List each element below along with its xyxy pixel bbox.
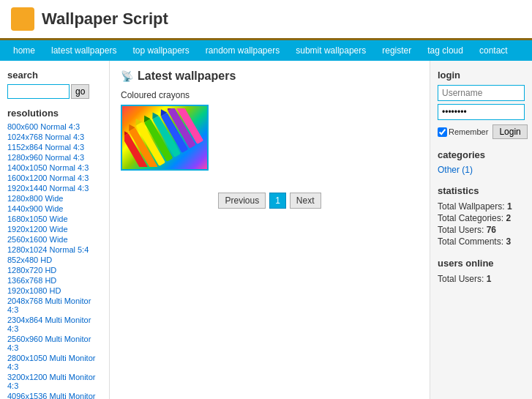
current-page: 1	[269, 193, 286, 209]
left-sidebar: search go resolutions 800x600 Normal 4:3…	[0, 61, 110, 399]
right-sidebar: login Remember Login categories Other (1…	[430, 61, 532, 399]
remember-label: Remember	[438, 127, 488, 137]
resolution-item[interactable]: 3200x1200 Multi Monitor 4:3	[7, 372, 102, 391]
nav-register[interactable]: register	[375, 40, 419, 61]
password-input[interactable]	[438, 104, 525, 120]
resolution-item[interactable]: 2304x864 Multi Monitor 4:3	[7, 315, 102, 334]
crayons-svg	[124, 108, 205, 167]
stats-list: Total Wallpapers: 1Total Categories: 2To…	[438, 201, 525, 247]
nav-contact[interactable]: contact	[472, 40, 515, 61]
resolution-item[interactable]: 1280x800 Wide	[7, 193, 102, 204]
search-label: search	[7, 70, 102, 81]
pagination: Previous 1 Next	[121, 193, 419, 209]
login-button[interactable]: Login	[492, 124, 527, 139]
resolution-item[interactable]: 1280x1024 Normal 5:4	[7, 245, 102, 255]
resolution-item[interactable]: 1400x1050 Normal 4:3	[7, 163, 102, 173]
login-title: login	[438, 70, 525, 81]
stat-row: Total Users: 76	[438, 224, 525, 236]
nav-tagcloud[interactable]: tag cloud	[420, 40, 471, 61]
resolution-item[interactable]: 1024x768 Normal 4:3	[7, 132, 102, 142]
stat-row: Total Comments: 3	[438, 236, 525, 247]
content-title: 📡 Latest wallpapers	[121, 70, 419, 83]
rss-icon: 📡	[121, 70, 133, 82]
nav-latest[interactable]: latest wallpapers	[44, 40, 124, 61]
users-online-stat: Total Users: 1	[438, 273, 525, 285]
search-button[interactable]: go	[71, 84, 89, 99]
nav-top[interactable]: top wallpapers	[125, 40, 196, 61]
categories-section: categories Other (1)	[438, 149, 525, 175]
wallpaper-thumbnail[interactable]	[121, 105, 209, 171]
resolutions-list: 800x600 Normal 4:31024x768 Normal 4:3115…	[7, 122, 102, 399]
next-page-button[interactable]: Next	[290, 193, 321, 209]
resolutions-label: resolutions	[7, 108, 102, 119]
content-area: 📡 Latest wallpapers Coloured crayons	[110, 61, 430, 399]
resolution-item[interactable]: 1680x1050 Wide	[7, 214, 102, 224]
username-input[interactable]	[438, 85, 525, 101]
nav-submit[interactable]: submit wallpapers	[288, 40, 373, 61]
app-icon	[11, 7, 34, 31]
remember-checkbox[interactable]	[438, 127, 447, 137]
users-online-section: users online Total Users: 1	[438, 258, 525, 285]
resolution-item[interactable]: 1440x900 Wide	[7, 204, 102, 214]
resolution-item[interactable]: 2560x1600 Wide	[7, 234, 102, 245]
resolution-item[interactable]: 2800x1050 Multi Monitor 4:3	[7, 353, 102, 372]
resolution-item[interactable]: 1920x1440 Normal 4:3	[7, 183, 102, 193]
search-input[interactable]	[7, 84, 70, 99]
stat-row: Total Categories: 2	[438, 212, 525, 224]
login-section: login Remember Login	[438, 70, 525, 139]
resolution-item[interactable]: 1152x864 Normal 4:3	[7, 142, 102, 152]
login-row: Remember Login	[438, 124, 525, 139]
resolution-item[interactable]: 1280x960 Normal 4:3	[7, 152, 102, 163]
main-container: search go resolutions 800x600 Normal 4:3…	[0, 61, 532, 399]
resolution-item[interactable]: 4096x1536 Multi Monitor 4:3	[7, 391, 102, 399]
app-title: Wallpaper Script	[42, 10, 168, 29]
resolution-item[interactable]: 2560x960 Multi Monitor 4:3	[7, 334, 102, 353]
categories-title: categories	[438, 149, 525, 160]
nav-home[interactable]: home	[6, 40, 42, 61]
resolution-item[interactable]: 1920x1200 Wide	[7, 224, 102, 234]
nav-random[interactable]: random wallpapers	[198, 40, 287, 61]
resolution-item[interactable]: 1280x720 HD	[7, 265, 102, 275]
statistics-section: statistics Total Wallpapers: 1Total Cate…	[438, 185, 525, 247]
resolution-item[interactable]: 1600x1200 Normal 4:3	[7, 173, 102, 183]
header: Wallpaper Script	[0, 0, 532, 40]
wallpaper-name: Coloured crayons	[121, 90, 419, 100]
resolution-item[interactable]: 800x600 Normal 4:3	[7, 122, 102, 132]
navigation: home latest wallpapers top wallpapers ra…	[0, 40, 532, 61]
stat-row: Total Wallpapers: 1	[438, 201, 525, 212]
search-box: go	[7, 84, 102, 99]
category-other[interactable]: Other (1)	[438, 165, 525, 175]
resolution-item[interactable]: 852x480 HD	[7, 255, 102, 265]
prev-page-button[interactable]: Previous	[218, 193, 266, 209]
resolution-item[interactable]: 2048x768 Multi Monitor 4:3	[7, 296, 102, 315]
resolution-item[interactable]: 1366x768 HD	[7, 275, 102, 286]
resolution-item[interactable]: 1920x1080 HD	[7, 286, 102, 296]
users-online-title: users online	[438, 258, 525, 269]
content-heading: Latest wallpapers	[138, 70, 236, 83]
statistics-title: statistics	[438, 185, 525, 196]
